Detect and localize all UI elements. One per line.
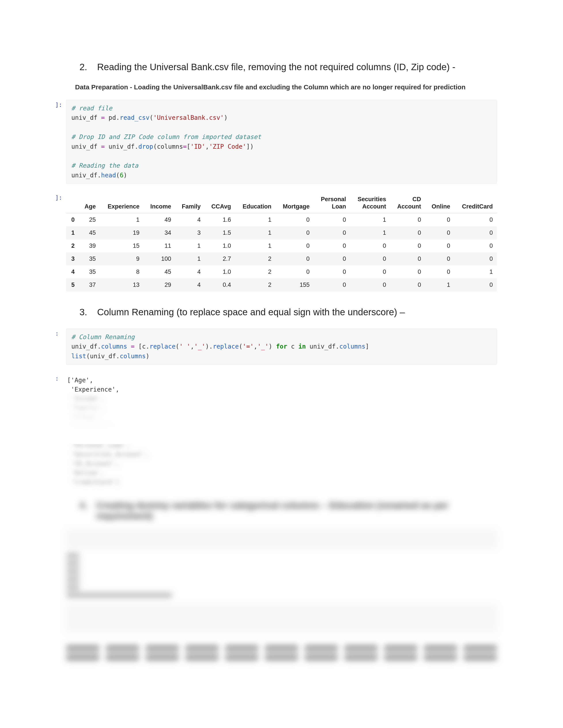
table-cell: 100 <box>143 252 175 265</box>
table-header: CCAvg <box>205 193 235 213</box>
table-header: CDAccount <box>390 193 425 213</box>
output-prompt: ]: <box>55 194 62 201</box>
code-cell-2: : # Column Renaming univ_df.columns = [c… <box>66 328 497 365</box>
section-2-title: Reading the Universal Bank.csv file, rem… <box>97 62 455 72</box>
table-cell: 25 <box>79 213 100 226</box>
table-cell: 5 <box>66 278 79 291</box>
table-header: Mortgage <box>275 193 314 213</box>
table-header: Family <box>175 193 205 213</box>
table-cell: 0.4 <box>205 278 235 291</box>
table-cell: 0 <box>275 226 314 239</box>
table-cell: 0 <box>390 213 425 226</box>
table-cell: 1 <box>425 278 454 291</box>
table-cell: 0 <box>275 239 314 252</box>
section-2-heading: 2. Reading the Universal Bank.csv file, … <box>79 62 497 72</box>
section-4-heading-blurred: 4. Creating dummy variables for categori… <box>79 500 497 521</box>
table-cell: 0 <box>314 213 350 226</box>
section-3-heading: 3. Column Renaming (to replace space and… <box>79 307 497 317</box>
table-cell: 1 <box>235 239 275 252</box>
table-cell: 0 <box>425 239 454 252</box>
section-2-description: Data Preparation - Loading the Universal… <box>75 83 497 91</box>
table-body: 02514941.61001000145193431.5100100023915… <box>66 213 497 291</box>
table-header: SecuritiesAccount <box>350 193 390 213</box>
table-cell: 1 <box>235 226 275 239</box>
table-cell: 0 <box>314 239 350 252</box>
table-cell: 0 <box>454 278 497 291</box>
table-cell: 0 <box>275 213 314 226</box>
table-cell: 19 <box>100 226 143 239</box>
code-cell-1: ]: # read file univ_df = pd.read_csv('Un… <box>66 100 497 184</box>
table-cell: 0 <box>350 265 390 278</box>
document-page: 2. Reading the Universal Bank.csv file, … <box>0 0 563 728</box>
blurred-preview-region: 4. Creating dummy variables for categori… <box>66 500 497 661</box>
table-header: Age <box>79 193 100 213</box>
table-cell: 4 <box>175 213 205 226</box>
table-cell: 39 <box>79 239 100 252</box>
table-row: 335910012.72000000 <box>66 252 497 265</box>
table-cell: 0 <box>454 213 497 226</box>
table-cell: 35 <box>79 252 100 265</box>
table-cell: 0 <box>425 226 454 239</box>
table-cell: 3 <box>175 226 205 239</box>
table-cell: 0 <box>275 265 314 278</box>
table-cell: 0 <box>350 252 390 265</box>
table-header: PersonalLoan <box>314 193 350 213</box>
table-cell: 0 <box>275 252 314 265</box>
table-cell: 0 <box>350 278 390 291</box>
table-cell: 1 <box>175 239 205 252</box>
table-cell: 2 <box>235 252 275 265</box>
table-cell: 0 <box>390 239 425 252</box>
table-cell: 0 <box>314 265 350 278</box>
table-cell: 34 <box>143 226 175 239</box>
table-cell: 1 <box>175 252 205 265</box>
table-cell: 1.0 <box>205 239 235 252</box>
table-cell: 35 <box>79 265 100 278</box>
table-cell: 49 <box>143 213 175 226</box>
table-cell: 0 <box>425 265 454 278</box>
table-cell: 1 <box>66 226 79 239</box>
table-cell: 8 <box>100 265 143 278</box>
table-cell: 45 <box>79 226 100 239</box>
table-header <box>66 193 79 213</box>
section-3-number: 3. <box>79 307 88 317</box>
table-cell: 1 <box>100 213 143 226</box>
table-cell: 3 <box>66 252 79 265</box>
table-header: Income <box>143 193 175 213</box>
table-row: 145193431.51001000 <box>66 226 497 239</box>
table-cell: 0 <box>350 239 390 252</box>
table-cell: 2 <box>235 265 275 278</box>
input-prompt: ]: <box>55 101 62 108</box>
table-cell: 0 <box>390 265 425 278</box>
table-header: CreditCard <box>454 193 497 213</box>
table-row: 43584541.02000001 <box>66 265 497 278</box>
table-cell: 4 <box>175 265 205 278</box>
table-cell: 0 <box>314 278 350 291</box>
table-cell: 9 <box>100 252 143 265</box>
table-cell: 2 <box>66 239 79 252</box>
table-cell: 0 <box>425 252 454 265</box>
table-cell: 2 <box>235 278 275 291</box>
output-cell-2: : ['Age', 'Experience', 'Income', 'Famil… <box>66 373 497 487</box>
table-cell: 29 <box>143 278 175 291</box>
table-cell: 1.0 <box>205 265 235 278</box>
table-row: 02514941.61001000 <box>66 213 497 226</box>
table-cell: 2.7 <box>205 252 235 265</box>
table-cell: 37 <box>79 278 100 291</box>
table-header: Online <box>425 193 454 213</box>
table-cell: 155 <box>275 278 314 291</box>
code-block-2: # Column Renaming univ_df.columns = [c.r… <box>66 328 497 365</box>
output-text-2: ['Age', 'Experience', 'Income', 'Family'… <box>66 373 497 487</box>
table-cell: 11 <box>143 239 175 252</box>
blurred-code-block <box>66 530 497 548</box>
table-cell: 13 <box>100 278 143 291</box>
table-cell: 4 <box>175 278 205 291</box>
table-head: AgeExperienceIncomeFamilyCCAvgEducationM… <box>66 193 497 213</box>
input-prompt-2: : <box>55 330 59 337</box>
table-cell: 1 <box>235 213 275 226</box>
table-cell: 0 <box>454 239 497 252</box>
table-cell: 45 <box>143 265 175 278</box>
section-3-title: Column Renaming (to replace space and eq… <box>97 307 405 317</box>
table-cell: 1 <box>454 265 497 278</box>
blurred-table <box>66 645 497 661</box>
blurred-code-block-2 <box>66 605 497 632</box>
